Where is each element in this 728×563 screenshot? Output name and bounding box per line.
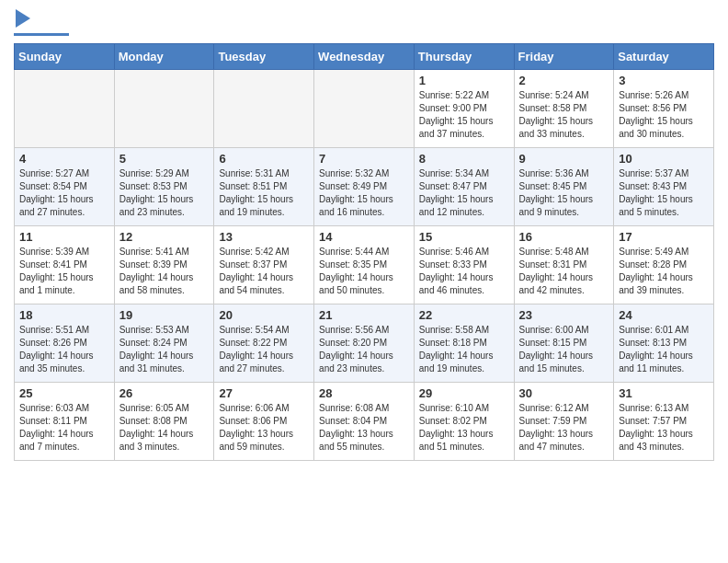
day-number: 3: [619, 74, 709, 87]
cell-info: Sunrise: 6:03 AM Sunset: 8:11 PM Dayligh…: [19, 402, 109, 454]
day-number: 22: [419, 308, 509, 322]
day-number: 7: [319, 152, 409, 166]
cell-info: Sunrise: 6:01 AM Sunset: 8:13 PM Dayligh…: [619, 324, 709, 375]
day-number: 15: [419, 230, 509, 244]
day-number: 6: [219, 152, 309, 166]
calendar-cell: 27Sunrise: 6:06 AM Sunset: 8:06 PM Dayli…: [214, 383, 314, 461]
day-number: 30: [519, 386, 609, 400]
cell-info: Sunrise: 5:22 AM Sunset: 9:00 PM Dayligh…: [419, 89, 509, 141]
calendar-cell: 16Sunrise: 5:48 AM Sunset: 8:31 PM Dayli…: [514, 226, 614, 304]
cell-info: Sunrise: 5:56 AM Sunset: 8:20 PM Dayligh…: [319, 324, 409, 375]
calendar-cell: 1Sunrise: 5:22 AM Sunset: 9:00 PM Daylig…: [414, 70, 514, 148]
svg-marker-0: [16, 9, 30, 28]
day-number: 9: [519, 152, 609, 166]
weekday-header-thursday: Thursday: [414, 44, 514, 70]
calendar-week-row: 11Sunrise: 5:39 AM Sunset: 8:41 PM Dayli…: [15, 226, 714, 304]
calendar-week-row: 18Sunrise: 5:51 AM Sunset: 8:26 PM Dayli…: [15, 304, 714, 383]
weekday-header-friday: Friday: [514, 44, 614, 70]
cell-info: Sunrise: 5:29 AM Sunset: 8:53 PM Dayligh…: [119, 167, 210, 219]
cell-info: Sunrise: 6:06 AM Sunset: 8:06 PM Dayligh…: [219, 402, 309, 454]
day-number: 26: [119, 386, 210, 400]
cell-info: Sunrise: 5:46 AM Sunset: 8:33 PM Dayligh…: [419, 246, 509, 297]
calendar-cell: 18Sunrise: 5:51 AM Sunset: 8:26 PM Dayli…: [15, 304, 115, 383]
cell-info: Sunrise: 6:00 AM Sunset: 8:15 PM Dayligh…: [519, 324, 609, 375]
day-number: 4: [19, 152, 109, 166]
day-number: 17: [619, 230, 709, 244]
cell-info: Sunrise: 5:26 AM Sunset: 8:56 PM Dayligh…: [619, 89, 709, 141]
day-number: 16: [519, 230, 609, 244]
calendar-cell: [15, 70, 115, 148]
day-number: 27: [219, 386, 309, 400]
calendar-cell: 24Sunrise: 6:01 AM Sunset: 8:13 PM Dayli…: [614, 304, 714, 383]
calendar-cell: 5Sunrise: 5:29 AM Sunset: 8:53 PM Daylig…: [114, 148, 214, 226]
calendar-cell: 25Sunrise: 6:03 AM Sunset: 8:11 PM Dayli…: [15, 383, 115, 461]
cell-info: Sunrise: 5:49 AM Sunset: 8:28 PM Dayligh…: [619, 246, 709, 297]
day-number: 31: [619, 386, 709, 400]
cell-info: Sunrise: 6:13 AM Sunset: 7:57 PM Dayligh…: [619, 402, 709, 454]
calendar-cell: 29Sunrise: 6:10 AM Sunset: 8:02 PM Dayli…: [414, 383, 514, 461]
cell-info: Sunrise: 5:32 AM Sunset: 8:49 PM Dayligh…: [319, 167, 409, 219]
calendar-cell: 23Sunrise: 6:00 AM Sunset: 8:15 PM Dayli…: [514, 304, 614, 383]
day-number: 24: [619, 308, 709, 322]
calendar-cell: [314, 70, 415, 148]
cell-info: Sunrise: 5:36 AM Sunset: 8:45 PM Dayligh…: [519, 167, 609, 219]
logo-arrow-icon: [16, 9, 30, 31]
cell-info: Sunrise: 6:12 AM Sunset: 7:59 PM Dayligh…: [519, 402, 609, 454]
day-number: 12: [119, 230, 210, 244]
day-number: 20: [219, 308, 309, 322]
day-number: 1: [419, 74, 509, 87]
cell-info: Sunrise: 5:53 AM Sunset: 8:24 PM Dayligh…: [119, 324, 210, 375]
calendar-cell: 8Sunrise: 5:34 AM Sunset: 8:47 PM Daylig…: [414, 148, 514, 226]
calendar-cell: 19Sunrise: 5:53 AM Sunset: 8:24 PM Dayli…: [114, 304, 214, 383]
day-number: 11: [19, 230, 109, 244]
day-number: 29: [419, 386, 509, 400]
weekday-header-saturday: Saturday: [614, 44, 714, 70]
cell-info: Sunrise: 6:08 AM Sunset: 8:04 PM Dayligh…: [319, 402, 409, 454]
day-number: 21: [319, 308, 409, 322]
logo-underline: [14, 33, 69, 36]
calendar-cell: 15Sunrise: 5:46 AM Sunset: 8:33 PM Dayli…: [414, 226, 514, 304]
calendar-cell: 12Sunrise: 5:41 AM Sunset: 8:39 PM Dayli…: [114, 226, 214, 304]
day-number: 19: [119, 308, 210, 322]
day-number: 23: [519, 308, 609, 322]
day-number: 28: [319, 386, 409, 400]
day-number: 14: [319, 230, 409, 244]
header: [14, 9, 714, 36]
cell-info: Sunrise: 5:37 AM Sunset: 8:43 PM Dayligh…: [619, 167, 709, 219]
calendar-header: SundayMondayTuesdayWednesdayThursdayFrid…: [15, 44, 714, 70]
cell-info: Sunrise: 5:48 AM Sunset: 8:31 PM Dayligh…: [519, 246, 609, 297]
calendar-cell: 6Sunrise: 5:31 AM Sunset: 8:51 PM Daylig…: [214, 148, 314, 226]
calendar-cell: 21Sunrise: 5:56 AM Sunset: 8:20 PM Dayli…: [314, 304, 415, 383]
day-number: 10: [619, 152, 709, 166]
calendar-cell: 28Sunrise: 6:08 AM Sunset: 8:04 PM Dayli…: [314, 383, 415, 461]
calendar-cell: 26Sunrise: 6:05 AM Sunset: 8:08 PM Dayli…: [114, 383, 214, 461]
weekday-header-tuesday: Tuesday: [214, 44, 314, 70]
cell-info: Sunrise: 5:27 AM Sunset: 8:54 PM Dayligh…: [19, 167, 109, 219]
logo: [14, 9, 69, 36]
calendar-cell: 14Sunrise: 5:44 AM Sunset: 8:35 PM Dayli…: [314, 226, 415, 304]
cell-info: Sunrise: 5:34 AM Sunset: 8:47 PM Dayligh…: [419, 167, 509, 219]
cell-info: Sunrise: 6:05 AM Sunset: 8:08 PM Dayligh…: [119, 402, 210, 454]
day-number: 5: [119, 152, 210, 166]
calendar-cell: 7Sunrise: 5:32 AM Sunset: 8:49 PM Daylig…: [314, 148, 415, 226]
calendar-cell: 13Sunrise: 5:42 AM Sunset: 8:37 PM Dayli…: [214, 226, 314, 304]
calendar-cell: 10Sunrise: 5:37 AM Sunset: 8:43 PM Dayli…: [614, 148, 714, 226]
calendar-cell: 22Sunrise: 5:58 AM Sunset: 8:18 PM Dayli…: [414, 304, 514, 383]
calendar-cell: 3Sunrise: 5:26 AM Sunset: 8:56 PM Daylig…: [614, 70, 714, 148]
cell-info: Sunrise: 5:54 AM Sunset: 8:22 PM Dayligh…: [219, 324, 309, 375]
calendar-week-row: 4Sunrise: 5:27 AM Sunset: 8:54 PM Daylig…: [15, 148, 714, 226]
calendar-cell: 30Sunrise: 6:12 AM Sunset: 7:59 PM Dayli…: [514, 383, 614, 461]
weekday-header-row: SundayMondayTuesdayWednesdayThursdayFrid…: [15, 44, 714, 70]
cell-info: Sunrise: 5:58 AM Sunset: 8:18 PM Dayligh…: [419, 324, 509, 375]
calendar-cell: 4Sunrise: 5:27 AM Sunset: 8:54 PM Daylig…: [15, 148, 115, 226]
calendar-cell: [114, 70, 214, 148]
calendar-cell: [214, 70, 314, 148]
calendar-cell: 9Sunrise: 5:36 AM Sunset: 8:45 PM Daylig…: [514, 148, 614, 226]
calendar-week-row: 1Sunrise: 5:22 AM Sunset: 9:00 PM Daylig…: [15, 70, 714, 148]
day-number: 2: [519, 74, 609, 87]
day-number: 13: [219, 230, 309, 244]
calendar-cell: 11Sunrise: 5:39 AM Sunset: 8:41 PM Dayli…: [15, 226, 115, 304]
weekday-header-monday: Monday: [114, 44, 214, 70]
cell-info: Sunrise: 6:10 AM Sunset: 8:02 PM Dayligh…: [419, 402, 509, 454]
calendar-cell: 17Sunrise: 5:49 AM Sunset: 8:28 PM Dayli…: [614, 226, 714, 304]
